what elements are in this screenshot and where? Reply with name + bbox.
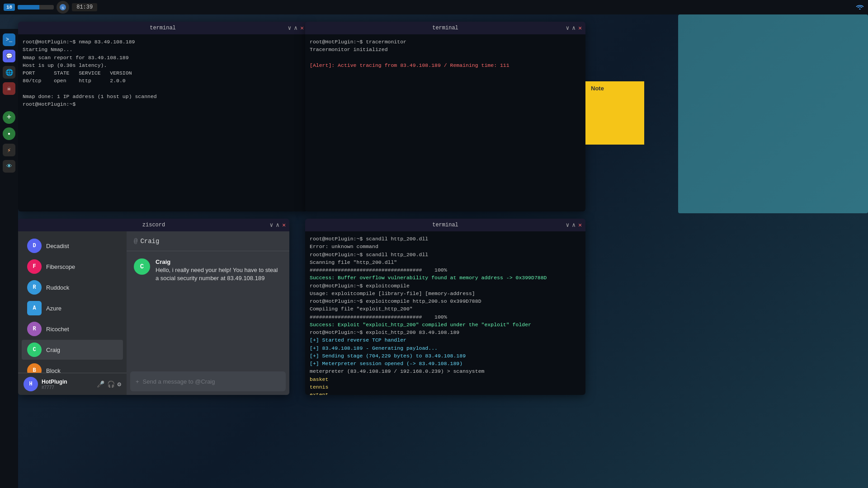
user-item-ruddock[interactable]: R Ruddock (22, 277, 123, 297)
ziscord-main: @ Craig C Craig Hello, i really need you… (127, 231, 289, 395)
terminal-1-line-4: Host is up (0.30s latency). (23, 61, 303, 69)
terminal-1-close[interactable]: ✕ (300, 24, 304, 32)
sidebar-add-button[interactable]: + (3, 111, 15, 124)
bottom-icons: 🎤 🎧 ⚙ (97, 380, 121, 388)
user-item-ricochet[interactable]: R Ricochet (22, 319, 123, 339)
t3-l15: [+] 83.49.108.189 - Generating payload..… (310, 344, 581, 352)
input-plus-icon[interactable]: + (136, 378, 139, 385)
terminal-1-line-2: Starting Nmap... (23, 46, 303, 53)
user-name-fiberscope: Fiberscope (46, 263, 75, 270)
sidebar-icon-discord[interactable]: 💬 (3, 50, 15, 62)
terminal-3-titlebar: terminal ∨ ∧ ✕ (305, 219, 585, 231)
note-widget[interactable]: Note (585, 81, 644, 145)
taskbar-progress-fill (18, 5, 39, 9)
terminal-1-controls: ∨ ∧ ✕ (288, 24, 304, 32)
terminal-1-line-9: root@HotPlugin:~$ (23, 100, 303, 108)
user-avatar-fiberscope: F (27, 259, 42, 274)
terminal-1-maximize[interactable]: ∧ (294, 24, 297, 32)
ziscord-window: ziscord ∨ ∧ ✕ D Decadist (18, 219, 289, 395)
t3-l6: Success: Buffer overflow vulnerability f… (310, 274, 581, 282)
t3-l7: root@HotPlugin:~$ exploitcompile (310, 282, 581, 290)
t3-l21: extent (310, 391, 581, 395)
channel-icon: @ (134, 238, 137, 245)
ziscord-minimize[interactable]: ∨ (270, 221, 274, 229)
settings-icon[interactable]: ⚙ (118, 380, 121, 388)
user-item-azure[interactable]: A Azure (22, 298, 123, 318)
taskbar-badge: 18 (4, 4, 15, 11)
terminal-1-titlebar: terminal ∨ ∧ ✕ (18, 22, 307, 34)
sidebar-icon-scan[interactable]: ⚡ (3, 144, 15, 156)
user-avatar-decadist: D (27, 239, 42, 253)
note-title: Note (591, 85, 639, 92)
terminal-1-line-6: 80/tcp open http 2.0.0 (23, 77, 303, 84)
sidebar-green-button[interactable]: ● (3, 127, 15, 140)
terminal-3-title: terminal (432, 222, 458, 228)
msg-avatar-craig: C (134, 258, 150, 275)
t3-l11: #################################### 100… (310, 313, 581, 321)
ziscord-layout: D Decadist F Fiberscope R Ruddock A (18, 231, 289, 395)
message-item-1: C Craig Hello, i really need your help! … (134, 258, 282, 282)
t3-l12: Success: Exploit "exploit_http_200" comp… (310, 321, 581, 328)
taskbar-progress-bar (18, 5, 54, 9)
ziscord-controls: ∨ ∧ ✕ (270, 221, 286, 229)
terminal-window-3: terminal ∨ ∧ ✕ root@HotPlugin:~$ scandll… (305, 219, 585, 395)
user-name-azure: Azure (46, 305, 61, 312)
desktop: >_ 💬 🌐 ☠ + ● ⚡ 👁 terminal ∨ ∧ ✕ root@Hot… (0, 14, 868, 488)
sidebar-icon-eye[interactable]: 👁 (3, 160, 15, 173)
user-avatar-block: B (27, 363, 42, 373)
user-item-decadist[interactable]: D Decadist (22, 236, 123, 256)
user-name-ricochet: Ricochet (46, 326, 69, 333)
terminal-2-close[interactable]: ✕ (578, 24, 582, 32)
terminal-3-close[interactable]: ✕ (578, 221, 582, 229)
t3-l19: basket (310, 375, 581, 383)
user-item-fiberscope[interactable]: F Fiberscope (22, 257, 123, 277)
taskbar-time: 81:39 (72, 3, 97, 11)
ziscord-close[interactable]: ✕ (282, 221, 286, 229)
user-item-block[interactable]: B Block (22, 361, 123, 373)
user-item-craig[interactable]: C Craig (22, 340, 123, 360)
t3-l9: root@HotPlugin:~$ exploitcompile http_20… (310, 297, 581, 305)
sidebar-icon-terminal[interactable]: >_ (3, 33, 15, 46)
channel-header: @ Craig (127, 231, 289, 251)
user-name-block: Block (46, 367, 61, 373)
terminal-2-line-1: root@HotPlugin:~$ tracermonitor (310, 38, 581, 46)
message-input-bar[interactable]: + Send a message to @Craig (130, 371, 286, 391)
user-name-ruddock: Ruddock (46, 284, 69, 291)
user-avatar-ricochet: R (27, 322, 42, 336)
terminal-2-maximize[interactable]: ∧ (572, 24, 576, 32)
terminal-2-body: root@HotPlugin:~$ tracermonitor Tracermo… (305, 34, 585, 211)
t3-l18: meterpreter (83.49.108.189 / 192.168.0.2… (310, 367, 581, 375)
bottom-user-info: HotPlugin #7777 (42, 379, 93, 390)
terminal-1-minimize[interactable]: ∨ (288, 24, 292, 32)
t3-l4: Scanning file "http_200.dll" (310, 258, 581, 266)
terminal-2-title: terminal (432, 25, 458, 31)
user-name-decadist: Decadist (46, 243, 69, 249)
terminal-3-minimize[interactable]: ∨ (566, 221, 570, 229)
terminal-2-minimize[interactable]: ∨ (566, 24, 570, 32)
terminal-1-line-8: Nmap done: 1 IP address (1 host up) scan… (23, 93, 303, 100)
terminal-window-1: terminal ∨ ∧ ✕ root@HotPlugin:~$ nmap 83… (18, 22, 307, 211)
sidebar-icon-browser[interactable]: 🌐 (3, 66, 15, 79)
taskbar-logo[interactable]: S (57, 1, 69, 14)
ziscord-sidebar: D Decadist F Fiberscope R Ruddock A (18, 231, 127, 395)
msg-content-craig: Craig Hello, i really need your help! Yo… (156, 258, 282, 282)
message-area: C Craig Hello, i really need your help! … (127, 251, 289, 368)
headset-icon[interactable]: 🎧 (107, 380, 115, 388)
ziscord-maximize[interactable]: ∧ (276, 221, 279, 229)
t3-l20: tennis (310, 383, 581, 391)
svg-text:S: S (62, 6, 64, 10)
terminal-1-line-7 (23, 85, 303, 93)
terminal-3-maximize[interactable]: ∧ (572, 221, 576, 229)
mic-icon[interactable]: 🎤 (97, 380, 104, 388)
ziscord-titlebar: ziscord ∨ ∧ ✕ (18, 219, 289, 231)
t3-l14: [+] Started reverse TCP handler (310, 336, 581, 344)
t3-l13: root@HotPlugin:~$ exploit_http_200 83.49… (310, 328, 581, 336)
terminal-3-body: root@HotPlugin:~$ scandll http_200.dll E… (305, 231, 585, 395)
ziscord-user-bar: H HotPlugin #7777 🎤 🎧 ⚙ (18, 373, 127, 395)
sidebar: >_ 💬 🌐 ☠ + ● ⚡ 👁 (0, 29, 18, 488)
terminal-2-controls: ∨ ∧ ✕ (566, 24, 582, 32)
sidebar-icon-exploit[interactable]: ☠ (3, 82, 15, 95)
t3-l1: root@HotPlugin:~$ scandll http_200.dll (310, 235, 581, 243)
msg-name-craig: Craig (156, 258, 282, 265)
user-avatar-azure: A (27, 301, 42, 315)
